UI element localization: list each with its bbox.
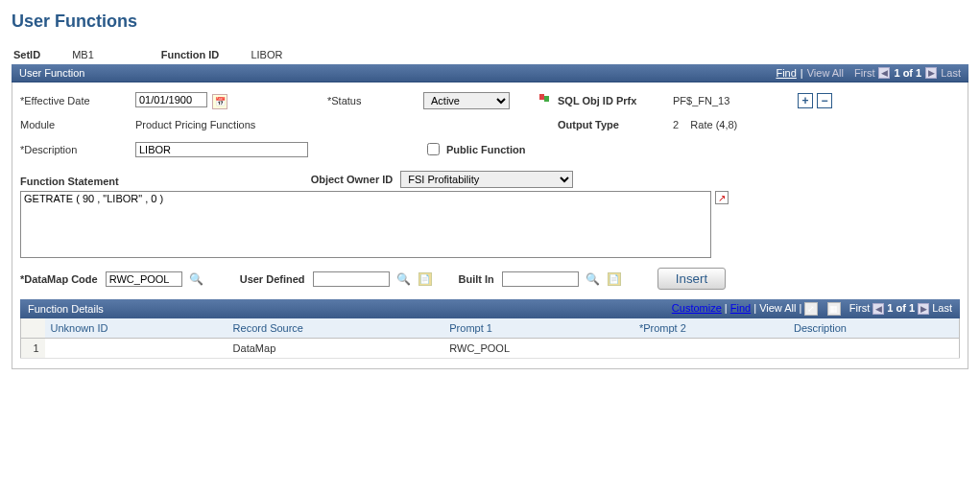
function-statement-textarea[interactable]: GETRATE ( 90 , "LIBOR" , 0 ) [20,191,711,258]
view-all-link: View All [759,302,796,314]
description-label: Description [20,144,135,155]
col-prompt2[interactable]: *Prompt 2 [633,318,788,339]
public-function-checkbox[interactable] [427,143,440,155]
description-input[interactable] [135,142,308,157]
builtin-label: Built In [459,273,494,285]
add-row-button[interactable]: + [798,93,813,108]
owner-select[interactable]: FSI Profitability [400,171,573,188]
col-rownum [21,318,45,339]
list-icon[interactable]: 📄 [608,272,621,286]
col-unknown-id[interactable]: Unknown ID [45,318,227,339]
list-icon[interactable]: 📄 [418,272,432,286]
svg-rect-1 [544,96,549,102]
customize-link[interactable]: Customize [672,302,722,314]
grid-icon[interactable]: ▦ [827,302,841,316]
lookup-icon[interactable]: 🔍 [586,272,600,286]
lookup-icon[interactable]: 🔍 [397,272,411,286]
first-label: First [849,302,870,314]
sql-prefix-label: SQL Obj ID Prfx [558,95,673,106]
last-label: Last [932,302,952,314]
zoom-icon[interactable]: ⤢ [804,302,818,316]
function-id-label: Function ID [161,49,220,60]
popout-icon[interactable]: ↗ [715,191,729,204]
last-label: Last [941,67,961,79]
prev-icon[interactable]: ◀ [872,303,884,315]
view-all-link: View All [807,67,844,79]
next-icon[interactable]: ▶ [918,303,929,315]
function-details-table: Unknown ID Record Source Prompt 1 *Promp… [20,318,960,359]
user-defined-label: User Defined [240,273,305,285]
builtin-input[interactable] [502,271,579,287]
col-record-source[interactable]: Record Source [227,318,444,339]
col-prompt1[interactable]: Prompt 1 [443,318,633,339]
effective-date-input[interactable] [135,92,207,107]
user-function-panel-body: Effective Date 📅 Status Active SQL Obj I… [12,82,968,369]
first-label: First [854,67,874,79]
effective-date-label: Effective Date [20,95,135,106]
output-type-value: Rate (4,8) [690,119,737,130]
calendar-icon[interactable]: 📅 [212,94,227,109]
cell-description [788,339,960,359]
module-value: Product Pricing Functions [135,119,327,130]
public-function-label: Public Function [446,144,526,155]
find-link[interactable]: Find [730,302,751,314]
col-description[interactable]: Description [788,318,960,339]
nav-position: 1 of 1 [894,67,921,79]
user-defined-input[interactable] [313,271,390,287]
cell-prompt2 [633,339,788,359]
module-label: Module [20,119,135,130]
function-statement-heading: Function Statement [20,176,119,187]
function-details-panel-header: Function Details Customize | Find | View… [20,299,960,318]
datamap-code-label: DataMap Code [20,273,98,285]
sql-prefix-value: PF$_FN_13 [673,95,778,106]
remove-row-button[interactable]: − [817,93,832,108]
setid-label: SetID [13,49,40,60]
table-row[interactable]: 1 DataMap RWC_POOL [21,339,960,359]
function-id-value: LIBOR [251,49,282,60]
function-details-title: Function Details [28,303,104,315]
flag-icon [538,93,558,108]
owner-label: Object Owner ID [311,174,394,185]
user-function-panel-title: User Function [19,67,84,79]
cell-prompt1: RWC_POOL [443,339,633,359]
page-title: User Functions [12,12,968,32]
datamap-code-input[interactable] [106,271,182,287]
user-function-panel-header: User Function Find | View All First ◀ 1 … [12,64,968,82]
cell-record-source: DataMap [227,339,444,359]
status-label: Status [327,95,423,106]
status-select[interactable]: Active [423,92,510,109]
find-link[interactable]: Find [776,67,796,79]
next-icon[interactable]: ▶ [925,67,937,79]
svg-rect-0 [539,94,544,100]
row-num: 1 [21,339,45,359]
lookup-icon[interactable]: 🔍 [190,272,203,286]
setid-value: MB1 [72,49,94,60]
insert-button[interactable]: Insert [657,268,726,290]
output-type-label: Output Type [558,119,673,130]
cell-unknown-id [45,339,227,359]
header-row: SetID MB1 Function ID LIBOR [12,49,968,60]
prev-icon[interactable]: ◀ [878,67,890,79]
output-type-code: 2 [673,119,679,130]
details-nav-position: 1 of 1 [887,302,915,314]
